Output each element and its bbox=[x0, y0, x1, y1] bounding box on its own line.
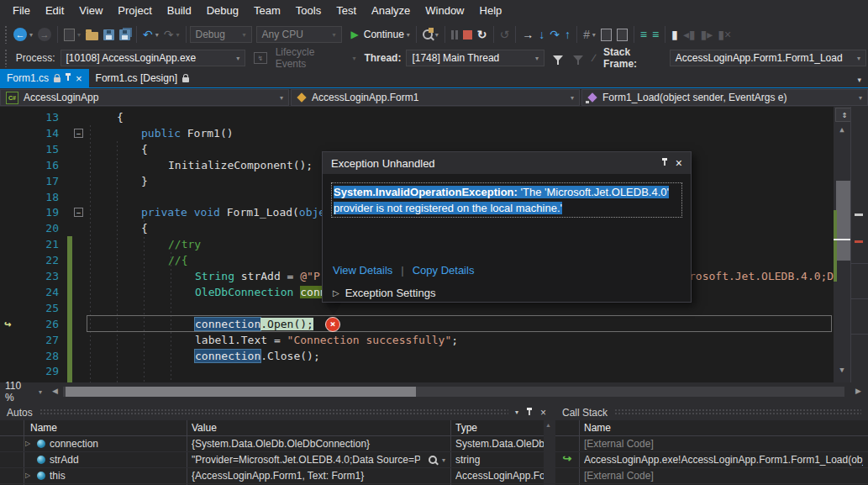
filter-threads-icon[interactable] bbox=[553, 55, 563, 61]
stack-frame-row[interactable]: ↪AccessLoginApp.exe!AccessLoginApp.Form1… bbox=[555, 452, 868, 468]
code-line-26[interactable]: ↪26connection.Open();× bbox=[0, 316, 868, 333]
open-file-button[interactable] bbox=[83, 24, 101, 45]
menu-item-team[interactable]: Team bbox=[246, 0, 288, 22]
horizontal-scrollbar[interactable] bbox=[63, 387, 844, 397]
close-icon[interactable]: × bbox=[76, 73, 82, 84]
process-dropdown[interactable]: [10108] AccessLoginApp.exe▾ bbox=[60, 50, 246, 66]
pin-icon[interactable] bbox=[529, 410, 530, 415]
code-line-28[interactable]: 28connection.Close(); bbox=[0, 348, 868, 365]
menu-item-tools[interactable]: Tools bbox=[288, 0, 329, 22]
refresh-button[interactable]: ↺ bbox=[497, 24, 513, 45]
navigate-forward-button[interactable]: → bbox=[35, 24, 54, 45]
new-breakpoint-button[interactable] bbox=[598, 24, 614, 45]
menu-item-view[interactable]: View bbox=[71, 0, 110, 22]
prev-bookmark-button[interactable]: ◂▮ bbox=[681, 24, 698, 45]
diagnostic-tools-button[interactable]: ▾ bbox=[420, 24, 441, 45]
breakpoint-settings-button[interactable]: #▾ bbox=[581, 24, 598, 45]
save-button[interactable] bbox=[101, 24, 117, 45]
clear-bookmarks-button[interactable]: ▮× bbox=[715, 24, 734, 45]
exception-settings-expander[interactable]: ▷ Exception Settings bbox=[333, 287, 435, 299]
value-cell[interactable]: {AccessLoginApp.Form1, Text: Form1} bbox=[192, 468, 444, 483]
scroll-down-icon[interactable]: ▼ bbox=[834, 366, 850, 374]
type-dropdown[interactable]: AccessLoginApp.Form1▾ bbox=[291, 89, 580, 106]
continue-button[interactable]: ▶Continue▾ bbox=[349, 24, 413, 45]
code-line-29[interactable]: 29 bbox=[0, 363, 868, 380]
value-cell[interactable]: "Provider=Microsoft.Jet.OLEDB.4.0;Data S… bbox=[192, 452, 420, 467]
table-row[interactable]: ▷connection{System.Data.OleDb.OleDbConne… bbox=[0, 436, 553, 452]
pin-icon[interactable] bbox=[67, 76, 69, 81]
tab-form1-cs[interactable]: Form1.cs× bbox=[0, 69, 89, 87]
project-dropdown[interactable]: C# AccessLoginApp▾ bbox=[0, 89, 289, 106]
scroll-up-icon[interactable]: ▲ bbox=[834, 125, 850, 134]
expander-icon[interactable]: ▷ bbox=[25, 436, 33, 451]
close-icon[interactable]: × bbox=[676, 156, 682, 170]
expander-icon[interactable]: ▷ bbox=[25, 468, 33, 483]
value-visualizer-caret-icon[interactable]: ▾ bbox=[442, 456, 445, 464]
autos-scrollbar[interactable]: ▲ bbox=[544, 420, 553, 485]
menu-item-edit[interactable]: Edit bbox=[38, 0, 71, 22]
stop-debugging-button[interactable] bbox=[460, 24, 475, 45]
step-over-button[interactable]: ↷ bbox=[547, 24, 562, 45]
step-into-button[interactable]: ↓ bbox=[536, 24, 547, 45]
menu-item-window[interactable]: Window bbox=[418, 0, 471, 22]
thread-dropdown[interactable]: [1748] Main Thread▾ bbox=[406, 50, 544, 66]
menu-item-file[interactable]: File bbox=[5, 0, 38, 22]
menu-item-build[interactable]: Build bbox=[160, 0, 199, 22]
horizontal-scrollbar-thumb[interactable] bbox=[66, 387, 416, 397]
toggle-bookmark-button[interactable]: ▮ bbox=[669, 24, 681, 45]
table-row[interactable]: strAdd"Provider=Microsoft.Jet.OLEDB.4.0;… bbox=[0, 452, 553, 468]
column-header-value[interactable]: Value bbox=[192, 420, 444, 435]
member-dropdown[interactable]: Form1_Load(object sender, EventArgs e)▾ bbox=[581, 89, 868, 106]
solution-configuration-dropdown[interactable]: Debug▾ bbox=[190, 26, 252, 43]
menu-item-analyze[interactable]: Analyze bbox=[364, 0, 418, 22]
undo-button[interactable]: ↶▾ bbox=[140, 24, 161, 45]
search-icon[interactable] bbox=[429, 456, 437, 464]
redo-button[interactable]: ↷▾ bbox=[161, 24, 182, 45]
value-cell[interactable]: {System.Data.OleDb.OleDbConnection} bbox=[192, 436, 444, 451]
exception-message[interactable]: System.InvalidOperationException: 'The '… bbox=[331, 182, 682, 218]
scrollbar-thumb[interactable] bbox=[836, 181, 850, 261]
stack-frame-dropdown[interactable]: AccessLoginApp.Form1.Form1_Load▾ bbox=[670, 50, 866, 66]
tab-form1-cs-design-[interactable]: Form1.cs [Design] bbox=[89, 69, 196, 87]
copy-details-link[interactable]: Copy Details bbox=[413, 264, 475, 277]
save-all-button[interactable] bbox=[117, 24, 133, 45]
filter-flagged-icon[interactable] bbox=[573, 55, 583, 61]
vertical-scrollbar[interactable]: ▲ ▼ bbox=[834, 107, 850, 382]
call-stack-title-bar[interactable]: Call Stack bbox=[555, 404, 868, 420]
stack-frame-row[interactable]: [External Code] bbox=[555, 468, 868, 484]
restart-button[interactable]: ↻ bbox=[475, 24, 490, 45]
debug-bar-grip[interactable] bbox=[4, 49, 8, 67]
scroll-right-icon[interactable]: ▶ bbox=[855, 387, 861, 395]
format-document-button[interactable]: ≡ bbox=[638, 24, 650, 45]
close-icon[interactable]: × bbox=[540, 407, 546, 419]
menu-item-help[interactable]: Help bbox=[472, 0, 510, 22]
break-all-button[interactable] bbox=[449, 24, 460, 45]
stack-frame-row[interactable]: [External Code] bbox=[555, 436, 868, 452]
solution-platform-dropdown[interactable]: Any CPU▾ bbox=[256, 26, 342, 43]
code-line-14[interactable]: 14−public Form1() bbox=[0, 125, 868, 142]
column-header-name[interactable]: Name bbox=[30, 420, 181, 435]
code-editor[interactable]: 13{14−public Form1()15{16InitializeCompo… bbox=[0, 107, 868, 382]
next-bookmark-button[interactable]: ▮▸ bbox=[698, 24, 716, 45]
menu-item-project[interactable]: Project bbox=[110, 0, 159, 22]
menu-item-test[interactable]: Test bbox=[329, 0, 364, 22]
step-out-button[interactable]: ↑ bbox=[562, 24, 573, 45]
fold-collapse-icon[interactable]: − bbox=[74, 129, 83, 138]
expander-icon[interactable] bbox=[25, 452, 33, 467]
breakpoint-window-button[interactable] bbox=[614, 24, 630, 45]
pin-icon[interactable] bbox=[664, 161, 665, 166]
fold-collapse-icon[interactable]: − bbox=[74, 208, 83, 217]
code-line-13[interactable]: 13{ bbox=[0, 109, 868, 126]
view-details-link[interactable]: View Details bbox=[333, 264, 392, 277]
toolbar-grip[interactable] bbox=[4, 25, 8, 44]
table-row[interactable]: ▷this{AccessLoginApp.Form1, Text: Form1}… bbox=[0, 468, 553, 484]
zoom-dropdown[interactable]: 110 %▾ bbox=[0, 382, 47, 401]
column-header-name[interactable]: Name bbox=[584, 420, 752, 435]
format-selection-button[interactable]: ≡ bbox=[650, 24, 661, 45]
code-line-27[interactable]: 27label1.Text = "Connection successfully… bbox=[0, 332, 868, 349]
tab-overflow-icon[interactable]: ▾ bbox=[857, 76, 868, 87]
autos-title-bar[interactable]: Autos ▾ × bbox=[0, 404, 553, 420]
exception-error-icon[interactable]: × bbox=[325, 317, 340, 332]
column-header-type[interactable]: Type bbox=[455, 420, 539, 435]
navigate-back-button[interactable]: ←▾ bbox=[11, 24, 35, 45]
